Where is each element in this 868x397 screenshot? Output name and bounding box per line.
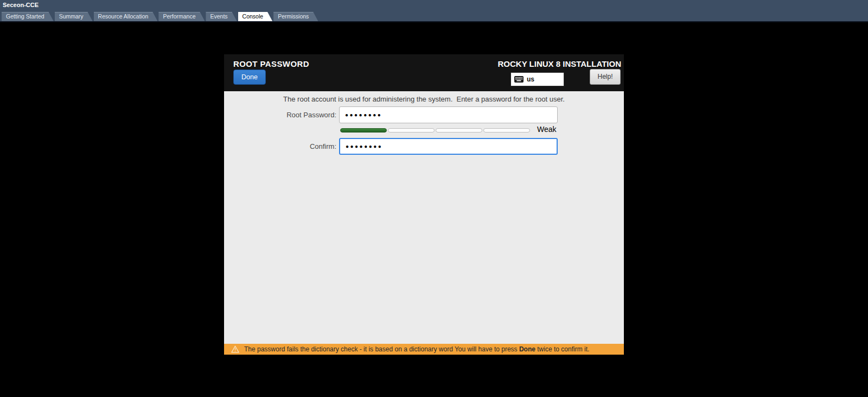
confirm-password-input[interactable]: ●●●●●●●● [339,138,558,155]
page-title: ROOT PASSWORD [233,59,309,68]
root-password-form: The root account is used for administeri… [224,91,624,344]
keyboard-layout-indicator[interactable]: us [510,72,564,86]
password-strength-bar [340,128,530,133]
vm-console-topbar: Seceon-CCE Getting Started Summary Resou… [0,0,868,22]
password-strength-label: Weak [537,125,557,134]
keyboard-layout-label: us [527,75,534,83]
root-password-masked-value: ●●●●●●●● [345,112,382,118]
done-button[interactable]: Done [233,70,266,85]
vm-title: Seceon-CCE [3,2,39,8]
root-password-input[interactable]: ●●●●●●●● [339,106,558,123]
info-text: The root account is used for administeri… [224,95,624,103]
tab-resource-allocation[interactable]: Resource Allocation [94,12,158,21]
strength-segment [388,128,435,133]
root-password-label: Root Password: [224,111,336,119]
tab-summary[interactable]: Summary [55,12,93,21]
confirm-password-label: Confirm: [224,142,336,150]
tab-console[interactable]: Console [238,12,273,21]
tab-permissions[interactable]: Permissions [273,12,318,21]
confirm-password-masked-value: ●●●●●●●● [346,143,382,149]
strength-segment [436,128,482,133]
keyboard-icon [514,76,524,83]
distro-title: ROCKY LINUX 8 INSTALLATION [497,59,621,68]
vm-tab-bar: Getting Started Summary Resource Allocat… [2,12,319,21]
strength-segment [483,128,530,133]
warning-message: The password fails the dictionary check … [244,345,589,353]
installer-header: ROOT PASSWORD ROCKY LINUX 8 INSTALLATION… [224,54,624,91]
warning-bar: The password fails the dictionary check … [224,344,624,355]
strength-segment-filled [340,128,387,133]
installer-window: ROOT PASSWORD ROCKY LINUX 8 INSTALLATION… [224,54,624,355]
tab-performance[interactable]: Performance [158,12,205,21]
warning-triangle-icon [231,345,239,353]
tab-getting-started[interactable]: Getting Started [2,12,54,21]
help-button[interactable]: Help! [590,69,621,85]
tab-events[interactable]: Events [206,12,237,21]
